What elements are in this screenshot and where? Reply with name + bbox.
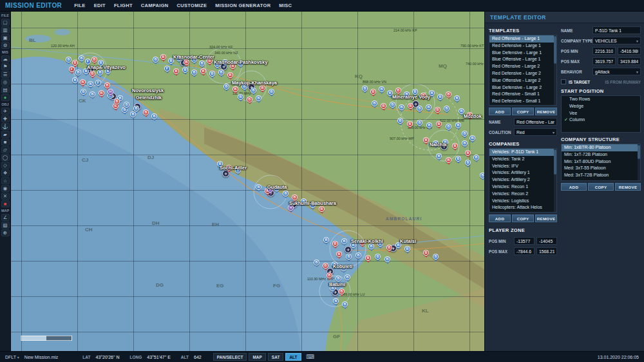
unit-pin[interactable]: B [372,100,377,106]
unit-pin[interactable]: B [362,86,368,91]
measure-icon[interactable]: ∠ [1,214,10,221]
unit-pin[interactable]: B [342,301,348,307]
unit-pin[interactable]: B [160,54,166,60]
vehicle-icon[interactable]: ▰ [1,131,10,138]
unit-pin[interactable]: B [339,289,345,294]
unit-pin[interactable]: B [223,84,229,90]
player-zone-max-y-input[interactable] [536,247,557,255]
unit-pin[interactable]: B [454,95,460,101]
map-mode-button[interactable]: PAN/SELECT [213,353,247,361]
unit-pin[interactable]: B [336,276,341,281]
weather-icon[interactable]: ☁ [1,55,10,62]
unit-pin[interactable]: B [232,86,238,92]
unit-pin[interactable]: B [227,72,233,78]
farp-icon[interactable]: ⌂ [1,177,10,184]
goals-icon[interactable]: ◎ [1,79,10,86]
unit-pin[interactable]: B [465,160,471,166]
menu-item[interactable]: CUSTOMIZE [177,3,207,8]
unit-pin[interactable]: B [260,85,265,91]
unit-pin[interactable]: B [184,59,189,65]
map-canvas[interactable]: BLCKCJCHDJDHDGEHEGFGGFKQMQKL 120.00 kHz … [11,12,484,351]
unit-pin[interactable]: B [397,118,403,124]
company-structure-item[interactable]: Min: 1xT-80UD Platoon [562,158,640,166]
unit-pin[interactable]: B [336,251,342,257]
unit-pin[interactable]: B [469,135,475,141]
unit-pin[interactable]: B [256,184,261,190]
unit-pin[interactable]: B [91,57,97,62]
unit-pin[interactable]: B [386,245,392,251]
unit-pin[interactable]: B [256,95,261,101]
unit-pin[interactable]: B [345,274,350,280]
structure-scrollbar[interactable] [638,144,640,180]
unit-pin[interactable]: B [368,243,374,249]
unit-pin[interactable]: B [332,241,338,247]
unit-pin[interactable]: B [455,122,461,128]
unit-pin[interactable]: B [435,107,440,113]
unit-pin[interactable]: B [426,122,432,128]
template-list-item[interactable]: Red Defensive - Large 2 [489,70,556,77]
template-list-item[interactable]: Red Defensive - Large 1 [489,43,556,50]
templates-add-button[interactable]: ADD [489,108,511,115]
unit-pin[interactable]: B [436,153,442,159]
unit-pin[interactable]: B [365,255,371,261]
unit-pin[interactable]: B [423,137,429,143]
menu-item[interactable]: MISSION GENERATOR [215,3,270,8]
summary-icon[interactable]: ▤ [1,86,10,93]
unit-pin[interactable]: B [124,102,129,108]
behavior-select[interactable]: gAttack ▾ [592,68,641,75]
ship-icon[interactable]: ⚓ [1,123,10,130]
template-list-item[interactable]: Red Offensive - Small 1 [489,91,556,98]
unit-pin[interactable]: B [292,195,298,200]
unit-pin[interactable]: B [191,70,197,75]
company-pos-max-y-input[interactable] [618,57,641,65]
template-list-item[interactable]: Red Offensive - Large 2 [489,63,556,70]
unit-pin[interactable]: B [446,124,451,129]
unit-pin[interactable]: B [408,103,413,109]
unit-pin[interactable]: B [346,254,352,260]
templates-scrollbar[interactable] [554,35,556,105]
unit-pin[interactable]: B [319,206,325,212]
unit-pin[interactable]: B [404,246,410,252]
company-structure-list[interactable]: Min: 1xBTR-80 PlatoonMin: 1xT-72B Platoo… [561,144,641,181]
unit-pin[interactable]: B [269,89,274,95]
unit-pin[interactable]: B [417,106,422,111]
unit-pin[interactable]: B [104,82,110,88]
unit-pin[interactable]: B [182,67,188,73]
unit-pin[interactable]: B [446,91,451,97]
companies-list[interactable]: Vehicles: P-51D Tank 1Vehicles: Tank 2Ve… [489,148,557,213]
unit-pin[interactable]: B [218,70,224,75]
menu-item[interactable]: FILE [74,3,85,8]
unit-pin[interactable]: B [199,61,205,66]
unit-pin[interactable]: B [417,120,422,126]
companies-copy-button[interactable]: COPY [512,214,534,222]
mission-options-icon[interactable]: ⚙ [1,42,10,49]
menu-item[interactable]: FLIGHT [114,3,133,8]
companies-add-button[interactable]: ADD [489,214,511,222]
company-structure-item[interactable]: Med: 3xT-55 Platoon [562,165,640,172]
unit-pin[interactable]: B [247,97,252,102]
unit-pin[interactable]: B [462,131,468,137]
unit-pin[interactable]: B [200,68,206,74]
company-list-item[interactable]: Vehicles: Tank 2 [489,156,556,163]
coalition-select[interactable]: Red ▾ [514,128,557,136]
structure-remove-button[interactable]: REMOVE [615,183,641,191]
company-list-item[interactable]: Vehicles: Artillery 2 [489,176,556,184]
unit-pin[interactable]: B [323,237,329,243]
unit-pin[interactable]: B [133,106,139,111]
company-name-input[interactable] [592,26,641,34]
player-zone-min-x-input[interactable] [514,237,535,245]
template-name-input[interactable] [514,118,557,126]
is-target-checkbox[interactable] [561,79,566,84]
structure-add-button[interactable]: ADD [561,183,587,191]
unit-pin[interactable]: B [80,79,86,85]
static-object-icon[interactable]: ■ [1,138,10,146]
unit-pin[interactable]: B [379,86,384,92]
company-pos-max-x-input[interactable] [592,57,616,65]
save-mission-icon[interactable]: ▣ [1,34,10,41]
unit-pin[interactable]: B [99,90,104,96]
unit-pin[interactable]: B [209,71,215,77]
company-list-item[interactable]: Vehicles: Artillery 1 [489,169,556,176]
company-structure-item[interactable]: Med: 3xT-72B Platoon [562,172,640,179]
map-mode-button[interactable]: MAP [249,353,265,361]
player-zone-min-y-input[interactable] [536,237,557,245]
